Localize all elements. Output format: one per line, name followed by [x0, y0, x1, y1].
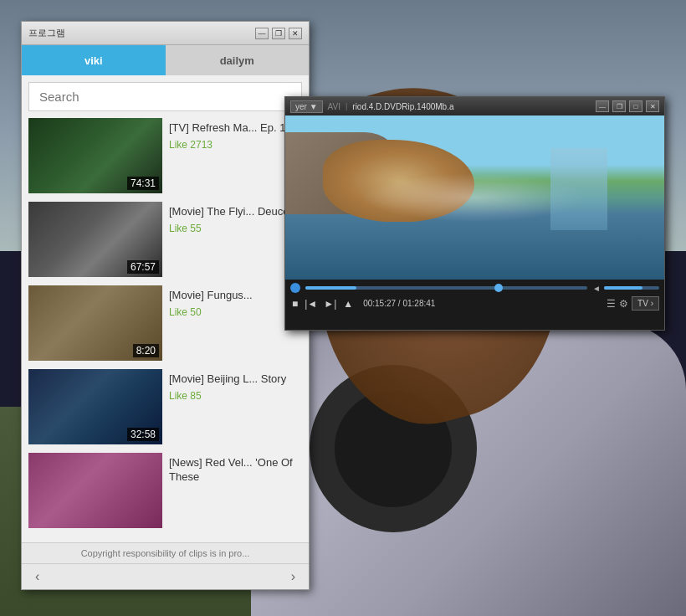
list-item[interactable]: [News] Red Vel... 'One Of These [28, 453, 302, 528]
item-likes-2: Like 55 [169, 223, 295, 234]
tab-viki[interactable]: viki [22, 45, 166, 75]
item-info-2: [Movie] The Flyi... Deuces Like 55 [162, 202, 302, 277]
player-maximize-button[interactable]: □ [629, 100, 642, 112]
progress-end-dot [494, 284, 503, 292]
item-title-5: [News] Red Vel... 'One Of These [169, 456, 295, 485]
list-item[interactable]: 32:58 [Movie] Beijing L... Story Like 85 [28, 369, 302, 444]
item-info-4: [Movie] Beijing L... Story Like 85 [162, 369, 302, 444]
item-title-4: [Movie] Beijing L... Story [169, 372, 295, 387]
playlist-icon[interactable]: ☰ [607, 298, 616, 310]
tabs-row: viki dailym [22, 45, 309, 75]
duration-badge-4: 32:58 [127, 428, 159, 441]
list-item[interactable]: 8:20 [Movie] Fungus... Like 50 [28, 285, 302, 361]
player-controls-row: ■ |◄ ►| ▲ 00:15:27 / 01:28:41 ☰ ⚙ TV › [290, 296, 659, 311]
content-list: 74:31 [TV] Refresh Ma... Ep. 1 Like 2713… [22, 118, 309, 542]
item-info-3: [Movie] Fungus... Like 50 [162, 285, 302, 361]
panel-close-button[interactable]: ✕ [289, 28, 302, 39]
list-item[interactable]: 74:31 [TV] Refresh Ma... Ep. 1 Like 2713 [28, 118, 302, 193]
panel-footer: Copyright responsibility of clips is in … [22, 542, 309, 563]
duration-badge-2: 67:57 [127, 260, 159, 274]
volume-fill [604, 286, 642, 290]
right-controls: ☰ ⚙ TV › [607, 296, 659, 311]
copyright-text: Copyright responsibility of clips is in … [81, 548, 250, 558]
next-button[interactable]: ►| [322, 298, 338, 310]
player-menu-button[interactable]: yer ▼ [290, 100, 323, 113]
panel-titlebar: 프로그램 — ❐ ✕ [22, 22, 309, 45]
time-display: 00:15:27 / 01:28:41 [363, 299, 435, 308]
panel-title: 프로그램 [28, 27, 65, 39]
player-restore-button[interactable]: ❐ [612, 100, 626, 112]
search-input[interactable] [28, 82, 302, 111]
duration-badge-1: 74:31 [127, 177, 159, 190]
item-title-1: [TV] Refresh Ma... Ep. 1 [169, 121, 295, 136]
video-frame [285, 116, 664, 280]
player-close-button[interactable]: ✕ [646, 100, 659, 112]
time-current: 00:15:27 [363, 299, 396, 308]
nav-next-button[interactable]: › [284, 567, 302, 586]
player-title-left: yer ▼ AVI | riod.4.D.DVDRip.1400Mb.a [290, 100, 453, 113]
player-title-text: riod.4.D.DVDRip.1400Mb.a [352, 102, 453, 111]
stop-button[interactable]: ■ [290, 298, 299, 310]
format-label: AVI [328, 102, 340, 111]
thumbnail-1: 74:31 [28, 118, 162, 193]
viki-panel: 프로그램 — ❐ ✕ viki dailym 74:31 [TV] Refres… [21, 21, 310, 590]
duration-badge-3: 8:20 [133, 344, 159, 357]
player-video-area[interactable] [285, 116, 664, 280]
progress-fill [305, 286, 356, 290]
thumbnail-5 [28, 453, 162, 528]
tab-dailymotion[interactable]: dailym [166, 45, 310, 75]
scene-elements [285, 116, 664, 280]
panel-nav: ‹ › [22, 563, 309, 589]
prev-button[interactable]: |◄ [303, 298, 319, 310]
player-bottom-controls: ◄ ■ |◄ ►| ▲ 00:15:27 / 01:28:41 ☰ ⚙ TV › [285, 280, 664, 330]
panel-restore-button[interactable]: ❐ [272, 28, 285, 39]
progress-track[interactable] [305, 286, 587, 290]
list-item[interactable]: 67:57 [Movie] The Flyi... Deuces Like 55 [28, 202, 302, 277]
time-total: 01:28:41 [402, 299, 435, 308]
volume-icon: ◄ [592, 284, 601, 293]
item-info-5: [News] Red Vel... 'One Of These [162, 453, 302, 528]
settings-icon[interactable]: ⚙ [619, 298, 628, 310]
thumbnail-4: 32:58 [28, 369, 162, 444]
item-likes-1: Like 2713 [169, 139, 295, 151]
thumbnail-2: 67:57 [28, 202, 162, 277]
tv-button[interactable]: TV › [632, 296, 659, 311]
volume-track[interactable] [604, 286, 659, 290]
thumbnail-3: 8:20 [28, 285, 162, 361]
item-title-3: [Movie] Fungus... [169, 289, 295, 303]
item-title-2: [Movie] The Flyi... Deuces [169, 205, 295, 219]
item-likes-3: Like 50 [169, 306, 295, 318]
nav-prev-button[interactable]: ‹ [28, 567, 46, 586]
item-likes-4: Like 85 [169, 390, 295, 402]
player-title-controls: — ❐ □ ✕ [596, 100, 659, 112]
eject-button[interactable]: ▲ [341, 298, 355, 310]
panel-controls: — ❐ ✕ [255, 28, 302, 39]
media-player: yer ▼ AVI | riod.4.D.DVDRip.1400Mb.a — ❐… [284, 96, 665, 331]
progress-bar-container[interactable]: ◄ [290, 283, 659, 293]
item-info-1: [TV] Refresh Ma... Ep. 1 Like 2713 [162, 118, 302, 193]
player-titlebar: yer ▼ AVI | riod.4.D.DVDRip.1400Mb.a — ❐… [285, 97, 664, 116]
player-minimize-button[interactable]: — [596, 100, 609, 112]
separator-icon: | [346, 102, 347, 110]
panel-minimize-button[interactable]: — [255, 28, 269, 39]
volume-section: ◄ [592, 284, 659, 293]
progress-handle[interactable] [290, 283, 300, 293]
